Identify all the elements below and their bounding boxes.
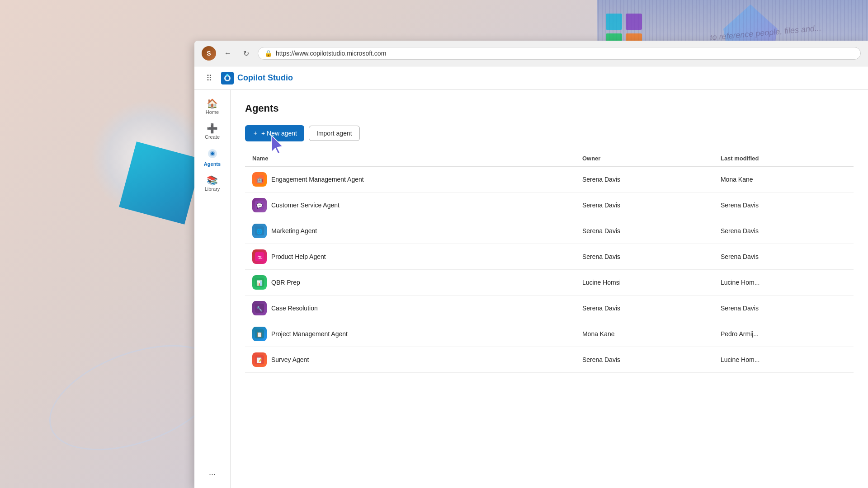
copilot-studio-logo-icon xyxy=(221,72,234,84)
grid-icon[interactable]: ⠿ xyxy=(203,70,215,86)
agent-icon: 🛍 xyxy=(252,249,267,264)
agent-last-modified: Serena Davis xyxy=(713,244,854,270)
app-logo: Copilot Studio xyxy=(221,72,293,84)
svg-text:🌐: 🌐 xyxy=(256,228,263,235)
agent-name-cell: 📝 Survey Agent xyxy=(245,347,575,373)
table-header: Name Owner Last modified xyxy=(245,150,854,167)
agent-owner: Serena Davis xyxy=(575,167,713,192)
sidebar-item-create[interactable]: ➕ Create xyxy=(197,120,228,143)
home-icon: 🏠 xyxy=(207,99,218,108)
table-row[interactable]: 💬 Customer Service Agent Serena Davis Se… xyxy=(245,192,854,218)
agent-name-cell: 🌐 Marketing Agent xyxy=(245,218,575,244)
sidebar-item-agents[interactable]: Agents xyxy=(197,145,228,170)
agent-name-cell: 💬 Customer Service Agent xyxy=(245,192,575,218)
agent-last-modified: Serena Davis xyxy=(713,192,854,218)
agent-icon: 📊 xyxy=(252,275,267,290)
agents-table: Name Owner Last modified 🤖 Engagement Ma… xyxy=(245,150,854,373)
agent-owner: Serena Davis xyxy=(575,347,713,373)
lock-icon: 🔒 xyxy=(264,50,272,57)
agent-owner: Serena Davis xyxy=(575,244,713,270)
agent-name: Project Management Agent xyxy=(271,330,348,338)
col-owner: Owner xyxy=(575,150,713,167)
table-header-row: Name Owner Last modified xyxy=(245,150,854,167)
plus-icon: ＋ xyxy=(252,129,259,137)
app-title: Copilot Studio xyxy=(237,73,293,83)
agent-last-modified: Mona Kane xyxy=(713,167,854,192)
agent-name: Customer Service Agent xyxy=(271,202,340,209)
app-layout: 🏠 Home ➕ Create Agents 📚 xyxy=(194,90,868,488)
sidebar-label-agents: Agents xyxy=(204,161,221,167)
svg-text:📊: 📊 xyxy=(256,280,263,286)
svg-text:📋: 📋 xyxy=(256,331,263,338)
svg-point-9 xyxy=(226,74,229,76)
more-button[interactable]: ··· xyxy=(205,466,219,483)
agents-icon xyxy=(208,149,217,160)
agent-owner: Mona Kane xyxy=(575,321,713,347)
agent-name-cell: 📋 Project Management Agent xyxy=(245,321,575,347)
agent-name: Case Resolution xyxy=(271,305,318,312)
svg-text:💬: 💬 xyxy=(256,202,263,209)
agent-name: Product Help Agent xyxy=(271,253,326,260)
agent-last-modified: Pedro Armij... xyxy=(713,321,854,347)
agent-owner: Serena Davis xyxy=(575,296,713,321)
svg-text:🤖: 🤖 xyxy=(256,176,263,183)
new-agent-button-container: ＋ + New agent xyxy=(245,125,304,141)
table-row[interactable]: 📝 Survey Agent Serena Davis Lucine Hom..… xyxy=(245,347,854,373)
agent-last-modified: Lucine Hom... xyxy=(713,270,854,296)
action-bar: ＋ + New agent Import agent xyxy=(245,125,854,141)
back-button[interactable]: ← xyxy=(222,47,234,60)
cursor-pointer xyxy=(270,134,286,157)
import-agent-button[interactable]: Import agent xyxy=(309,126,360,141)
svg-point-8 xyxy=(226,76,229,80)
agent-icon: 📝 xyxy=(252,352,267,367)
agent-last-modified: Lucine Hom... xyxy=(713,347,854,373)
agent-owner: Lucine Homsi xyxy=(575,270,713,296)
library-icon: 📚 xyxy=(207,176,218,185)
agent-owner: Serena Davis xyxy=(575,192,713,218)
url-text: https://www.copilotstudio.microsoft.com xyxy=(276,50,854,57)
agent-owner: Serena Davis xyxy=(575,218,713,244)
table-row[interactable]: 🔧 Case Resolution Serena Davis Serena Da… xyxy=(245,296,854,321)
app-header: ⠿ Copilot Studio xyxy=(194,66,868,90)
agent-name: Engagement Management Agent xyxy=(271,176,364,183)
svg-text:🔧: 🔧 xyxy=(256,305,263,312)
agent-name: Survey Agent xyxy=(271,356,309,363)
agent-last-modified: Serena Davis xyxy=(713,218,854,244)
agent-name-cell: 🤖 Engagement Management Agent xyxy=(245,167,575,192)
page-title: Agents xyxy=(245,103,854,114)
table-row[interactable]: 📋 Project Management Agent Mona Kane Ped… xyxy=(245,321,854,347)
create-icon: ➕ xyxy=(207,124,218,133)
browser-window: S ← ↻ 🔒 https://www.copilotstudio.micros… xyxy=(194,41,868,488)
agent-name-cell: 🛍 Product Help Agent xyxy=(245,244,575,270)
table-row[interactable]: 🛍 Product Help Agent Serena Davis Serena… xyxy=(245,244,854,270)
agent-name-cell: 🔧 Case Resolution xyxy=(245,296,575,321)
agent-icon: 🔧 xyxy=(252,301,267,315)
table-row[interactable]: 📊 QBR Prep Lucine Homsi Lucine Hom... xyxy=(245,270,854,296)
svg-point-12 xyxy=(211,152,214,155)
svg-text:📝: 📝 xyxy=(256,357,263,363)
sidebar-label-create: Create xyxy=(205,134,220,140)
agent-name-cell: 📊 QBR Prep xyxy=(245,270,575,296)
refresh-button[interactable]: ↻ xyxy=(240,47,252,60)
agent-icon: 🌐 xyxy=(252,224,267,238)
agent-name: QBR Prep xyxy=(271,279,300,286)
sidebar-label-home: Home xyxy=(206,109,219,115)
sidebar-label-library: Library xyxy=(205,186,220,192)
col-last-modified: Last modified xyxy=(713,150,854,167)
table-row[interactable]: 🤖 Engagement Management Agent Serena Dav… xyxy=(245,167,854,192)
table-row[interactable]: 🌐 Marketing Agent Serena Davis Serena Da… xyxy=(245,218,854,244)
agent-name: Marketing Agent xyxy=(271,227,317,235)
agent-icon: 📋 xyxy=(252,327,267,341)
sidebar-item-home[interactable]: 🏠 Home xyxy=(197,95,228,118)
address-bar[interactable]: 🔒 https://www.copilotstudio.microsoft.co… xyxy=(258,47,861,60)
svg-marker-13 xyxy=(272,136,283,154)
agents-table-body: 🤖 Engagement Management Agent Serena Dav… xyxy=(245,167,854,373)
col-name: Name xyxy=(245,150,575,167)
browser-chrome: S ← ↻ 🔒 https://www.copilotstudio.micros… xyxy=(194,41,868,66)
agent-last-modified: Serena Davis xyxy=(713,296,854,321)
main-content: Agents ＋ + New agent Import agent xyxy=(231,90,868,488)
agent-icon: 💬 xyxy=(252,198,267,212)
sidebar-item-library[interactable]: 📚 Library xyxy=(197,172,228,195)
user-avatar: S xyxy=(202,46,216,61)
svg-text:🛍: 🛍 xyxy=(257,254,263,260)
